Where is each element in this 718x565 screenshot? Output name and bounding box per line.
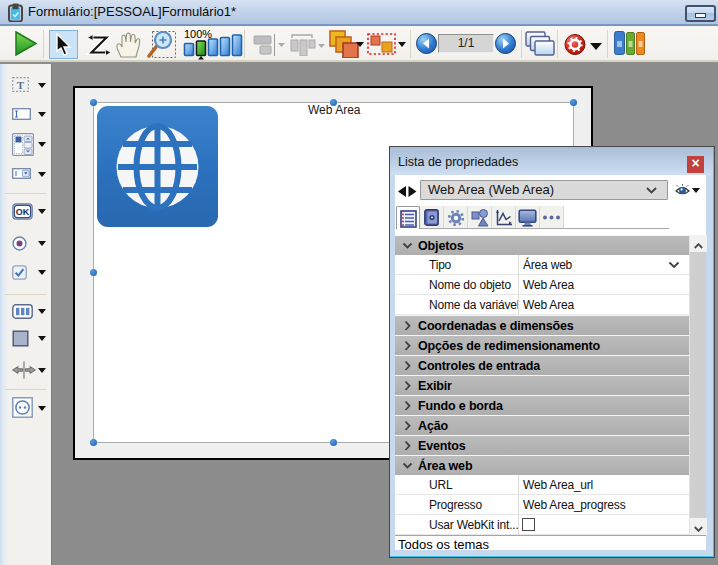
svg-text:OK: OK — [15, 207, 29, 217]
svg-text:T: T — [16, 79, 24, 91]
